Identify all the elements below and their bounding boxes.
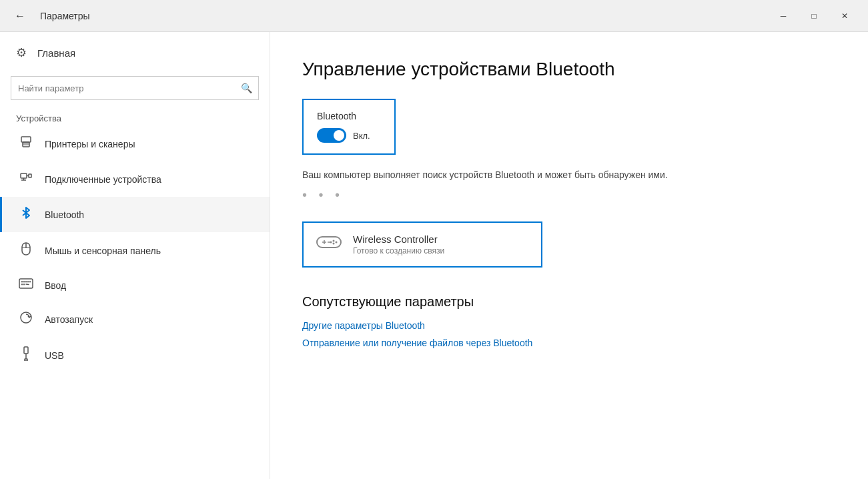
search-icon: 🔍	[241, 83, 252, 93]
main-layout: ⚙ Главная 🔍 Устройства Принтеры и сканер…	[0, 32, 868, 479]
mouse-label: Мышь и сенсорная панель	[45, 246, 161, 256]
search-input[interactable]	[11, 76, 259, 100]
printers-label: Принтеры и сканеры	[45, 139, 135, 149]
sidebar-item-printers[interactable]: Принтеры и сканеры	[0, 126, 270, 161]
device-name: Wireless Controller	[353, 233, 444, 245]
home-icon: ⚙	[16, 45, 27, 60]
page-title: Управление устройствами Bluetooth	[302, 59, 836, 80]
device-status: Готово к созданию связи	[353, 246, 444, 256]
bt-toggle-label: Bluetooth	[317, 111, 381, 121]
svg-rect-4	[21, 173, 27, 178]
toggle-on-text: Вкл.	[353, 131, 370, 141]
search-container: 🔍	[11, 76, 259, 100]
input-icon	[18, 278, 34, 292]
svg-line-20	[26, 284, 29, 285]
bluetooth-toggle-card: Bluetooth Вкл.	[302, 99, 396, 155]
bt-description: Ваш компьютер выполняет поиск устройств …	[302, 168, 676, 182]
device-info: Wireless Controller Готово к созданию св…	[353, 233, 444, 256]
home-label: Главная	[37, 47, 75, 59]
window-title: Параметры	[40, 11, 90, 21]
sidebar-item-input[interactable]: Ввод	[0, 269, 270, 302]
wireless-controller-card[interactable]: Wireless Controller Готово к созданию св…	[302, 221, 542, 268]
content-area: Управление устройствами Bluetooth Blueto…	[270, 32, 868, 479]
back-button[interactable]: ←	[8, 4, 32, 28]
svg-point-30	[333, 243, 335, 245]
minimize-button[interactable]: ─	[768, 5, 799, 27]
bt-toggle-row: Вкл.	[317, 128, 381, 143]
back-icon: ←	[15, 10, 25, 22]
toggle-thumb	[334, 130, 344, 141]
sidebar-item-home[interactable]: ⚙ Главная	[0, 32, 270, 73]
titlebar: ← Параметры ─ □ ✕	[0, 0, 868, 32]
bluetooth-icon	[18, 206, 34, 223]
usb-label: USB	[45, 350, 64, 361]
bluetooth-toggle[interactable]	[317, 128, 346, 143]
printers-icon	[18, 135, 34, 152]
related-link-other[interactable]: Другие параметры Bluetooth	[302, 320, 836, 331]
svg-rect-22	[24, 347, 28, 354]
window-controls: ─ □ ✕	[768, 5, 860, 27]
connected-label: Подключенные устройства	[45, 174, 161, 185]
sidebar-item-mouse[interactable]: Мышь и сенсорная панель	[0, 232, 270, 269]
bt-dots: • • •	[302, 187, 836, 203]
bluetooth-label: Bluetooth	[45, 209, 84, 220]
svg-point-28	[333, 240, 335, 242]
svg-rect-24	[25, 359, 27, 361]
sidebar: ⚙ Главная 🔍 Устройства Принтеры и сканер…	[0, 32, 270, 479]
input-label: Ввод	[45, 280, 66, 291]
svg-rect-0	[21, 137, 31, 142]
mouse-icon	[18, 242, 34, 260]
maximize-button[interactable]: □	[799, 5, 829, 27]
sidebar-item-usb[interactable]: USB	[0, 337, 270, 374]
svg-rect-6	[29, 174, 31, 177]
controller-icon	[316, 232, 342, 257]
connected-icon	[18, 171, 34, 187]
svg-rect-12	[19, 279, 33, 288]
related-link-transfer[interactable]: Отправление или получение файлов через B…	[302, 338, 836, 348]
close-button[interactable]: ✕	[829, 5, 860, 27]
usb-icon	[18, 346, 34, 364]
autorun-label: Автозапуск	[45, 314, 93, 325]
sidebar-item-connected[interactable]: Подключенные устройства	[0, 161, 270, 197]
sidebar-item-autorun[interactable]: Автозапуск	[0, 302, 270, 337]
toggle-track	[317, 128, 346, 143]
svg-point-29	[336, 242, 338, 244]
autorun-icon	[18, 311, 34, 328]
section-title: Устройства	[0, 108, 270, 126]
sidebar-item-bluetooth[interactable]: Bluetooth	[0, 197, 270, 232]
related-title: Сопутствующие параметры	[302, 294, 836, 310]
